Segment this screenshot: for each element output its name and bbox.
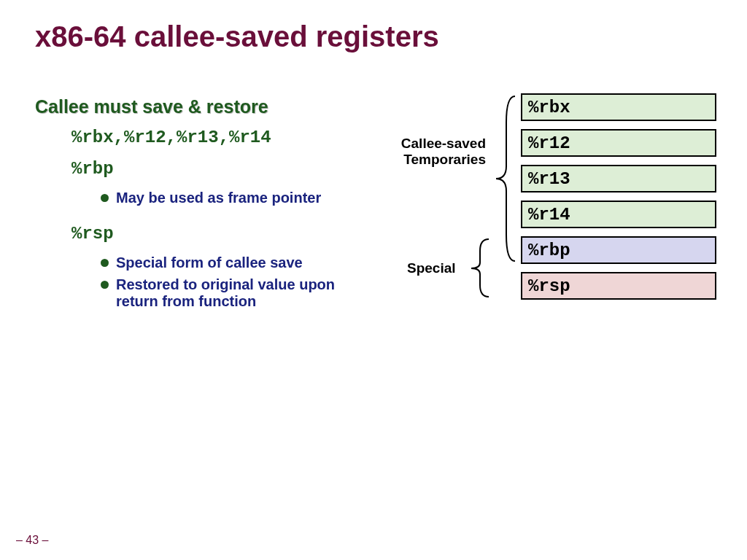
bullet-dot-icon <box>101 281 109 289</box>
label-line-2: Temporaries <box>391 152 486 168</box>
slide-title: x86-64 callee-saved registers <box>35 20 439 53</box>
bullet-text: May be used as frame pointer <box>116 190 321 206</box>
subtitle: Callee must save & restore <box>35 96 268 117</box>
bullet-dot-icon <box>101 194 109 202</box>
bullet-text: Special form of callee save <box>116 254 303 271</box>
rsp-header: %rsp <box>71 224 114 244</box>
rbp-header: %rbp <box>71 159 114 179</box>
bullet-rsp-2: Restored to original value upon return f… <box>101 276 363 310</box>
reg-list: %rbx,%r12,%r13,%r14 <box>71 128 271 147</box>
brace-special-icon <box>465 236 495 300</box>
page-number: – 43 – <box>16 534 48 547</box>
brace-callee-saved-icon <box>490 93 521 264</box>
reg-rbx: %rbx <box>521 93 716 121</box>
reg-rbp: %rbp <box>521 236 716 264</box>
reg-r14: %r14 <box>521 201 716 228</box>
reg-rsp: %rsp <box>521 272 716 300</box>
label-special: Special <box>407 260 456 276</box>
bullet-dot-icon <box>101 259 109 267</box>
reg-r13: %r13 <box>521 165 716 192</box>
label-line-1: Callee-saved <box>391 136 486 152</box>
bullet-rbp-1: May be used as frame pointer <box>101 190 363 206</box>
bullet-text: Restored to original value upon return f… <box>116 276 363 310</box>
bullet-rsp-1: Special form of callee save <box>101 254 363 271</box>
label-callee-saved: Callee-saved Temporaries <box>391 136 486 168</box>
reg-r12: %r12 <box>521 129 716 157</box>
